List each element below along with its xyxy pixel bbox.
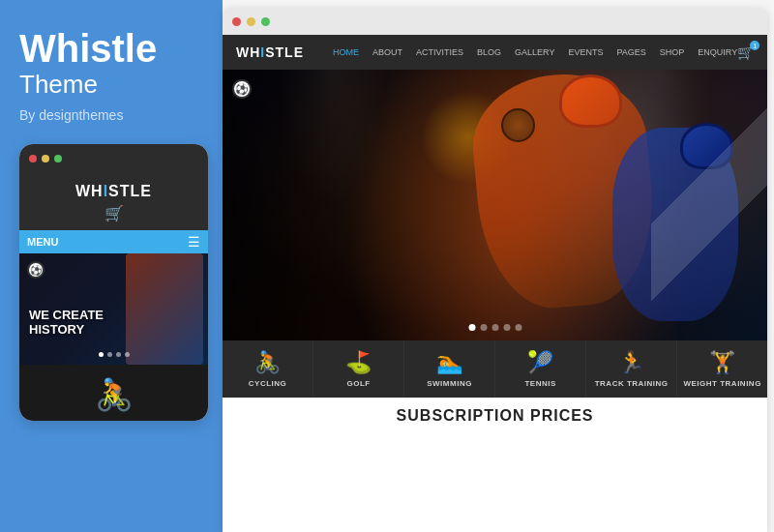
slide-dot-1[interactable] <box>468 324 475 331</box>
slide-dots <box>468 324 521 331</box>
slide-dot-2[interactable] <box>480 324 487 331</box>
soccer-ball-icon: ⚽ <box>232 79 252 99</box>
sport-swimming[interactable]: 🏊 SWIMMING <box>404 340 495 398</box>
mobile-hero: ⚽ WE CREATE HISTORY <box>19 253 208 365</box>
mobile-dot-red <box>29 155 37 163</box>
sport-track-training[interactable]: 🏃 TRACK TRAINING <box>586 340 677 398</box>
football <box>501 108 535 142</box>
hero-area: ⚽ <box>223 70 767 340</box>
nav-link-gallery[interactable]: GALLERY <box>515 47 554 57</box>
mobile-slide-dot-4 <box>125 352 130 357</box>
mobile-menu-bar[interactable]: MENU ☰ <box>19 230 208 253</box>
right-panel: WHISTLE HOME ABOUT ACTIVITIES BLOG GALLE… <box>223 0 774 532</box>
mobile-dot-yellow <box>42 155 49 163</box>
sport-tennis[interactable]: 🎾 TENNIS <box>495 340 586 398</box>
mobile-header: WHISTLE 🛒 <box>19 173 208 230</box>
browser-dot-green[interactable] <box>261 17 270 26</box>
sport-weight-training[interactable]: 🏋️ WEIGHT TRAINING <box>677 340 767 398</box>
mobile-slide-dot-2 <box>107 352 112 357</box>
browser-dot-red[interactable] <box>232 17 241 26</box>
hamburger-icon[interactable]: ☰ <box>188 234 200 250</box>
mobile-slide-dot-1 <box>99 352 104 357</box>
golf-icon: ⛳ <box>345 350 372 375</box>
brand-by: By designthemes <box>19 107 203 123</box>
mobile-cart-icon[interactable]: 🛒 <box>104 204 124 222</box>
cycling-icon: 🚴 <box>254 350 281 375</box>
nav-link-blog[interactable]: BLOG <box>477 47 501 57</box>
tennis-label: TENNIS <box>524 379 555 388</box>
weight-training-label: WEIGHT TRAINING <box>683 379 760 388</box>
browser-top-bar <box>223 8 767 35</box>
browser-nav: WHISTLE HOME ABOUT ACTIVITIES BLOG GALLE… <box>223 35 767 70</box>
brand-subtitle: Theme <box>19 70 203 100</box>
mobile-logo: WHISTLE <box>19 183 208 200</box>
bottom-section: SUBSCRIPTION PRICES <box>223 398 767 429</box>
mobile-slide-dots <box>99 352 130 357</box>
nav-link-home[interactable]: HOME <box>333 47 359 57</box>
brand-title: Whistle <box>19 29 203 68</box>
helmet-orange <box>559 74 622 128</box>
mobile-cycling-section: 🚴 <box>19 365 208 421</box>
nav-link-activities[interactable]: ACTIVITIES <box>416 47 463 57</box>
tennis-icon: 🎾 <box>527 350 553 375</box>
mobile-cycling-icon: 🚴 <box>95 376 134 413</box>
sports-bar: 🚴 CYCLING ⛳ GOLF 🏊 SWIMMING 🎾 TENNIS 🏃 T… <box>223 340 767 398</box>
subscription-title: SUBSCRIPTION PRICES <box>223 407 767 425</box>
mobile-mockup: WHISTLE 🛒 MENU ☰ ⚽ WE CREATE HISTORY <box>19 144 208 421</box>
swimming-icon: 🏊 <box>436 350 462 375</box>
left-panel: Whistle Theme By designthemes WHISTLE 🛒 … <box>0 0 223 532</box>
mobile-soccer-ball-icon: ⚽ <box>27 261 45 279</box>
mobile-slide-dot-3 <box>116 352 121 357</box>
slide-dot-3[interactable] <box>491 324 498 331</box>
nav-link-events[interactable]: EVENTS <box>568 47 603 57</box>
weight-training-icon: 🏋️ <box>709 350 735 375</box>
mobile-hero-text: WE CREATE HISTORY <box>29 308 104 338</box>
sport-golf[interactable]: ⛳ GOLF <box>313 340 404 398</box>
track-training-icon: 🏃 <box>618 350 644 375</box>
track-training-label: TRACK TRAINING <box>595 379 669 388</box>
nav-link-about[interactable]: ABOUT <box>372 47 402 57</box>
slide-dot-4[interactable] <box>503 324 510 331</box>
browser-logo: WHISTLE <box>236 44 304 60</box>
cycling-label: CYCLING <box>249 379 287 388</box>
cart-badge: 1 <box>750 41 759 50</box>
mobile-menu-label: MENU <box>27 236 58 248</box>
swimming-label: SWIMMING <box>427 379 472 388</box>
browser-window: WHISTLE HOME ABOUT ACTIVITIES BLOG GALLE… <box>223 8 767 532</box>
browser-dot-yellow[interactable] <box>247 17 255 26</box>
golf-label: GOLF <box>346 379 370 388</box>
mobile-player-art <box>126 253 203 365</box>
nav-link-shop[interactable]: SHOP <box>660 47 685 57</box>
nav-link-enquiry[interactable]: ENQUIRY <box>698 47 737 57</box>
diagonal-stripe <box>651 70 767 340</box>
slide-dot-5[interactable] <box>515 324 521 331</box>
nav-links: HOME ABOUT ACTIVITIES BLOG GALLERY EVENT… <box>333 47 737 57</box>
mobile-dot-green <box>54 155 62 163</box>
nav-link-pages[interactable]: PAGES <box>616 47 645 57</box>
browser-cart[interactable]: 🛒 1 <box>737 44 754 60</box>
sport-cycling[interactable]: 🚴 CYCLING <box>223 340 313 398</box>
mobile-top-bar <box>19 144 208 173</box>
